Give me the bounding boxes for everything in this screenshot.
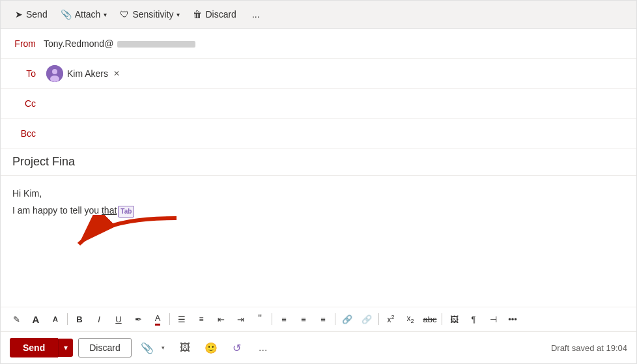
fmt-sep-2 bbox=[169, 313, 170, 325]
body-area[interactable]: Hi Kim, I am happy to tell you thatTab bbox=[1, 176, 636, 307]
paragraph-button[interactable]: ¶ bbox=[464, 310, 483, 328]
align-right-button[interactable]: ≡ bbox=[314, 310, 332, 328]
from-value: Tony.Redmond@ bbox=[44, 38, 625, 49]
fmt-sep-5 bbox=[378, 313, 379, 325]
send-toolbar-button[interactable]: ➤ Send bbox=[10, 6, 53, 23]
body-line-1: Hi Kim, bbox=[12, 186, 625, 201]
top-toolbar: ➤ Send 📎 Attach ▾ 🛡 Sensitivity ▾ 🗑 Disc… bbox=[1, 1, 636, 29]
fmt-sep-1 bbox=[67, 313, 68, 325]
svg-point-2 bbox=[50, 76, 59, 82]
loop-button[interactable]: ↺ bbox=[227, 337, 248, 358]
send-btn-group: Send ▾ bbox=[10, 338, 73, 357]
italic-button[interactable]: I bbox=[90, 310, 108, 328]
fmt-sep-4 bbox=[335, 313, 335, 325]
align-center-button[interactable]: ≡ bbox=[294, 310, 313, 328]
insert-image-button[interactable]: 🖼 bbox=[175, 337, 195, 358]
from-row: From Tony.Redmond@ bbox=[1, 29, 636, 59]
attach-dropdown-icon: ▾ bbox=[162, 344, 165, 351]
discard-button[interactable]: Discard bbox=[78, 338, 131, 357]
format-paint-icon: ✎ bbox=[13, 315, 20, 324]
cc-row[interactable]: Cc bbox=[1, 89, 636, 119]
underline-button[interactable]: U bbox=[109, 310, 128, 328]
sensitivity-label: Sensitivity bbox=[132, 9, 173, 20]
bottom-attach-dropdown[interactable]: ▾ bbox=[158, 337, 169, 358]
format-toolbar: ✎ A A B I U ✒ A ☰ bbox=[1, 307, 636, 331]
draft-saved-label: Draft saved at 19:04 bbox=[551, 343, 627, 353]
attach-chevron-icon: ▾ bbox=[104, 11, 107, 18]
loop-icon: ↺ bbox=[233, 342, 241, 354]
decrease-indent-button[interactable]: ⇤ bbox=[212, 310, 230, 328]
superscript-button[interactable]: x2 bbox=[382, 310, 400, 328]
inline-image-button[interactable]: 🖼 bbox=[445, 310, 463, 328]
cc-label: Cc bbox=[12, 98, 44, 109]
send-dropdown-button[interactable]: ▾ bbox=[58, 339, 73, 357]
numbering-icon: ≡ bbox=[199, 315, 203, 324]
red-arrow bbox=[66, 215, 183, 267]
bcc-row[interactable]: Bcc bbox=[1, 119, 636, 148]
arrow-overlay bbox=[66, 215, 183, 269]
format-paint-button[interactable]: ✎ bbox=[7, 310, 25, 328]
increase-indent-icon: ⇥ bbox=[237, 315, 244, 324]
tab-badge: Tab bbox=[118, 206, 134, 217]
align-right-icon: ≡ bbox=[320, 315, 326, 324]
bottom-more-button[interactable]: ... bbox=[253, 337, 274, 358]
numbering-button[interactable]: ≡ bbox=[192, 310, 210, 328]
inline-image-icon: 🖼 bbox=[450, 315, 459, 324]
bottom-attach-button[interactable]: 📎 bbox=[137, 337, 158, 358]
attach-button[interactable]: 📎 Attach ▾ bbox=[55, 6, 113, 23]
align-left-button[interactable]: ≡ bbox=[275, 310, 293, 328]
toolbar-more-button[interactable]: ... bbox=[247, 6, 265, 23]
discard-icon: 🗑 bbox=[193, 9, 202, 20]
bottom-attach-icon: 📎 bbox=[141, 342, 154, 354]
font-color-button[interactable]: A bbox=[149, 310, 167, 328]
subject-input[interactable] bbox=[12, 155, 625, 169]
attach-label: Attach bbox=[75, 9, 101, 20]
underline-icon: U bbox=[115, 315, 121, 324]
discard-toolbar-label: Discard bbox=[205, 9, 236, 20]
strikethrough-icon: abc bbox=[423, 315, 437, 324]
more-format-button[interactable]: ••• bbox=[503, 310, 522, 328]
from-address: Tony.Redmond@ bbox=[44, 38, 195, 49]
increase-indent-button[interactable]: ⇥ bbox=[231, 310, 249, 328]
font-size-large-button[interactable]: A bbox=[27, 310, 45, 328]
highlight-button[interactable]: ✒ bbox=[129, 310, 147, 328]
toolbar-more-label: ... bbox=[252, 9, 260, 20]
subscript-button[interactable]: x2 bbox=[401, 310, 419, 328]
send-dropdown-icon: ▾ bbox=[64, 343, 68, 352]
svg-point-1 bbox=[52, 69, 57, 74]
decrease-indent-icon: ⇤ bbox=[218, 315, 225, 324]
to-value[interactable]: Kim Akers ✕ bbox=[44, 64, 625, 83]
discard-toolbar-button[interactable]: 🗑 Discard bbox=[188, 6, 241, 23]
align-center-icon: ≡ bbox=[301, 315, 306, 324]
unlink-button[interactable]: 🔗 bbox=[358, 310, 376, 328]
send-bar: Send ▾ Discard 📎 ▾ 🖼 🙂 ↺ bbox=[1, 331, 636, 363]
bullets-button[interactable]: ☰ bbox=[173, 310, 191, 328]
emoji-button[interactable]: 🙂 bbox=[201, 337, 221, 358]
font-size-small-icon: A bbox=[53, 315, 58, 323]
strikethrough-button[interactable]: abc bbox=[421, 310, 439, 328]
avatar bbox=[46, 65, 63, 82]
emoji-icon: 🙂 bbox=[205, 342, 218, 354]
send-button[interactable]: Send bbox=[10, 338, 58, 357]
rtl-button[interactable]: ⊣ bbox=[484, 310, 502, 328]
superscript-icon: x2 bbox=[387, 314, 394, 324]
remove-recipient-button[interactable]: ✕ bbox=[112, 69, 121, 78]
highlight-icon: ✒ bbox=[135, 315, 142, 324]
recipient-chip: Kim Akers ✕ bbox=[44, 64, 124, 83]
quote-button[interactable]: " bbox=[251, 310, 269, 328]
italic-icon: I bbox=[98, 315, 100, 324]
bold-button[interactable]: B bbox=[70, 310, 89, 328]
link-button[interactable]: 🔗 bbox=[338, 310, 356, 328]
body-text: Hi Kim, I am happy to tell you thatTab bbox=[12, 186, 625, 218]
attach-group: 📎 ▾ bbox=[137, 337, 169, 358]
font-size-large-icon: A bbox=[33, 314, 40, 325]
align-left-icon: ≡ bbox=[281, 315, 287, 324]
rtl-icon: ⊣ bbox=[490, 315, 497, 324]
quote-icon: " bbox=[258, 313, 262, 325]
avatar-image bbox=[46, 65, 63, 82]
insert-image-icon: 🖼 bbox=[180, 342, 190, 354]
to-row: To Kim Akers ✕ bbox=[1, 59, 636, 89]
sensitivity-icon: 🛡 bbox=[120, 9, 129, 20]
font-size-small-button[interactable]: A bbox=[46, 310, 64, 328]
sensitivity-button[interactable]: 🛡 Sensitivity ▾ bbox=[115, 6, 185, 23]
